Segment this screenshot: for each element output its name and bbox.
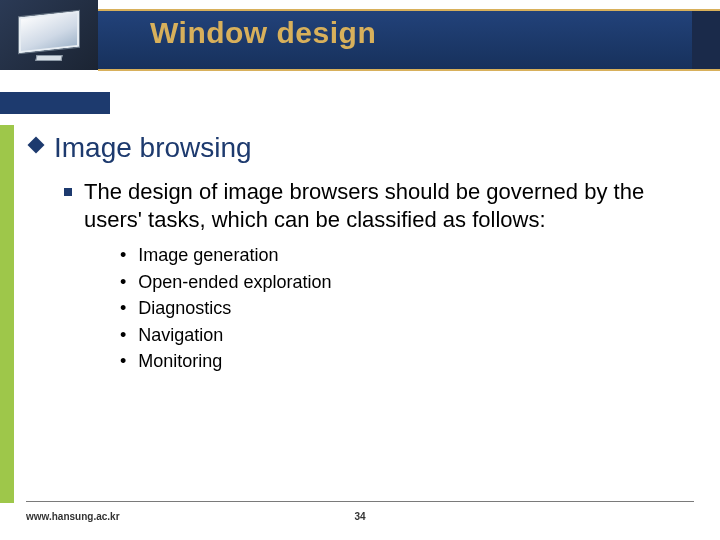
- slide-header: Window design: [0, 0, 720, 80]
- footer-divider: [26, 501, 694, 502]
- list-item-label: Navigation: [138, 324, 223, 347]
- slide-title: Window design: [150, 16, 376, 50]
- slide-content: Image browsing The design of image brows…: [30, 132, 692, 377]
- bullet-dot-icon: •: [120, 350, 126, 373]
- list-item: • Monitoring: [120, 350, 692, 373]
- list-item: • Open-ended exploration: [120, 271, 692, 294]
- title-bar-accent: [692, 11, 720, 69]
- footer-page-number: 34: [0, 511, 720, 522]
- list-item: • Navigation: [120, 324, 692, 347]
- list-item: • Diagnostics: [120, 297, 692, 320]
- list-item-label: Image generation: [138, 244, 278, 267]
- heading-row: Image browsing: [30, 132, 692, 164]
- body-row: The design of image browsers should be g…: [64, 178, 692, 234]
- bullet-dot-icon: •: [120, 271, 126, 294]
- list-item-label: Diagnostics: [138, 297, 231, 320]
- diamond-bullet-icon: [30, 139, 46, 155]
- list-item-label: Open-ended exploration: [138, 271, 331, 294]
- list-item-label: Monitoring: [138, 350, 222, 373]
- task-list: • Image generation • Open-ended explorat…: [120, 244, 692, 373]
- slide: Window design Image browsing The design …: [0, 0, 720, 540]
- bullet-dot-icon: •: [120, 244, 126, 267]
- list-item: • Image generation: [120, 244, 692, 267]
- body-text: The design of image browsers should be g…: [84, 178, 692, 234]
- bullet-dot-icon: •: [120, 297, 126, 320]
- accent-bar-blue: [0, 92, 110, 114]
- bullet-dot-icon: •: [120, 324, 126, 347]
- logo: [0, 0, 98, 70]
- square-bullet-icon: [64, 188, 72, 196]
- accent-bar-green: [0, 125, 14, 503]
- section-heading: Image browsing: [54, 132, 252, 164]
- monitor-icon: [18, 13, 80, 57]
